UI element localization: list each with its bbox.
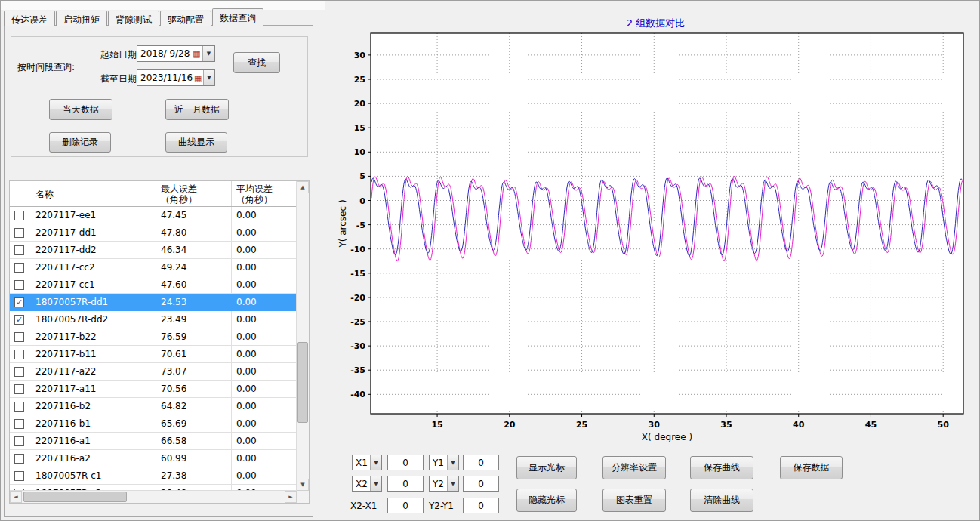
show-cursor-button[interactable]: 显示光标 [516, 456, 577, 479]
y2-value-input[interactable] [463, 476, 499, 492]
chevron-down-icon[interactable]: ▼ [447, 476, 458, 491]
search-button[interactable]: 查找 [233, 52, 280, 73]
y1-value-input[interactable] [463, 455, 499, 470]
hide-cursor-button[interactable]: 隐藏光标 [516, 489, 577, 512]
delete-record-button[interactable]: 删除记录 [49, 132, 111, 153]
svg-text:30: 30 [649, 420, 661, 430]
vertical-scroll-thumb[interactable] [297, 342, 308, 423]
table-row[interactable]: 2207117-cc249.240.00 [10, 259, 297, 276]
table-main: 名称 最大误差 （角秒） 平均误差 （角秒） 2207117-ee147.450… [10, 181, 297, 491]
row-checkbox[interactable] [14, 436, 24, 446]
chevron-down-icon[interactable]: ▼ [447, 455, 458, 470]
row-checkbox[interactable] [14, 280, 24, 290]
cell-max-error: 49.24 [156, 259, 232, 276]
chevron-down-icon[interactable]: ▼ [202, 46, 214, 61]
svg-text:-15: -15 [350, 269, 365, 279]
x2-combo[interactable]: X2 ▼ [352, 476, 382, 492]
cell-avg-error: 0.00 [232, 363, 297, 381]
save-curve-button[interactable]: 保存曲线 [690, 456, 753, 479]
cell-max-error: 47.80 [156, 224, 232, 242]
row-checkbox[interactable] [14, 419, 24, 429]
vertical-scrollbar[interactable]: ▲ ▼ [296, 181, 309, 491]
x2-value-input[interactable] [387, 476, 424, 492]
cell-avg-error: 0.00 [232, 294, 297, 311]
row-checkbox[interactable] [14, 384, 24, 394]
tab-2[interactable]: 启动扭矩 [56, 11, 107, 26]
table-row[interactable]: 2207116-b264.820.00 [10, 398, 297, 415]
clear-curve-button[interactable]: 清除曲线 [690, 489, 753, 512]
row-checkbox[interactable] [14, 245, 24, 255]
x1-combo[interactable]: X1 ▼ [352, 455, 382, 470]
chart-reset-button[interactable]: 图表重置 [602, 489, 666, 512]
cell-name: 2207116-a1 [29, 433, 156, 450]
table-row[interactable]: 2207116-b165.690.00 [10, 415, 297, 433]
end-date-label: 截至日期 [100, 72, 137, 85]
scroll-down-icon[interactable]: ▼ [297, 479, 309, 491]
table-row[interactable]: 2207117-cc147.600.00 [10, 276, 297, 294]
start-date-label: 起始日期 [100, 48, 137, 61]
table-row[interactable]: ✓18070057R-dd124.530.00 [10, 294, 297, 311]
dy-label: Y2-Y1 [429, 501, 454, 511]
table-row[interactable]: 2207117-dd147.800.00 [10, 224, 297, 242]
chevron-down-icon[interactable]: ▼ [370, 476, 381, 491]
row-checkbox[interactable] [14, 454, 24, 464]
dx-value-input[interactable] [387, 498, 424, 513]
tab-3[interactable]: 背隙测试 [108, 11, 159, 26]
table-row[interactable]: ✓18070057R-dd223.490.00 [10, 311, 297, 328]
resolution-settings-button[interactable]: 分辨率设置 [602, 456, 666, 479]
row-checkbox[interactable]: ✓ [14, 297, 24, 307]
row-checkbox[interactable] [14, 263, 24, 273]
scroll-right-icon[interactable]: ► [285, 491, 297, 503]
row-checkbox[interactable] [14, 471, 24, 481]
today-data-button[interactable]: 当天数据 [49, 99, 112, 120]
table-row[interactable]: 2207117-b2276.590.00 [10, 328, 297, 346]
row-checkbox[interactable] [14, 402, 24, 412]
table-row[interactable]: 2207117-a2273.070.00 [10, 363, 297, 381]
table-row[interactable]: 18070057R-c127.380.00 [10, 467, 297, 485]
save-data-button[interactable]: 保存数据 [780, 456, 843, 479]
x1-value-input[interactable] [387, 455, 424, 470]
tab-4[interactable]: 驱动配置 [160, 11, 211, 26]
y2-combo[interactable]: Y2 ▼ [429, 476, 459, 492]
cell-avg-error: 0.00 [232, 381, 297, 398]
svg-text:25: 25 [576, 420, 587, 430]
scroll-left-icon[interactable]: ◄ [10, 491, 22, 503]
row-checkbox[interactable] [14, 211, 24, 220]
horizontal-scroll-thumb[interactable] [23, 492, 127, 502]
table-row[interactable]: 2207117-ee147.450.00 [10, 207, 297, 224]
table-row[interactable]: 2207117-b1170.610.00 [10, 346, 297, 363]
last-month-data-button[interactable]: 近一月数据 [165, 99, 229, 120]
cell-name: 2207117-ee1 [29, 207, 156, 224]
row-checkbox-cell [10, 224, 29, 242]
y2-combo-label: Y2 [430, 479, 447, 489]
chevron-down-icon[interactable]: ▼ [370, 455, 381, 470]
chevron-down-icon[interactable]: ▼ [203, 70, 214, 85]
y1-combo[interactable]: Y1 ▼ [429, 455, 459, 470]
row-checkbox[interactable] [14, 350, 24, 359]
scroll-up-icon[interactable]: ▲ [297, 181, 309, 193]
start-date-value: 2018/ 9/28 [137, 48, 191, 59]
cell-avg-error: 0.00 [232, 328, 297, 346]
row-checkbox[interactable] [14, 367, 24, 377]
table-row[interactable]: 2207117-dd246.340.00 [10, 242, 297, 259]
row-checkbox[interactable] [14, 228, 24, 238]
cell-max-error: 47.45 [156, 207, 232, 224]
start-date-picker[interactable]: 2018/ 9/28 ▦ ▼ [137, 45, 215, 62]
chart-svg[interactable]: 1520253035404550302520151050-5-10-15-20-… [337, 29, 975, 445]
horizontal-scrollbar[interactable]: ◄ ► [10, 490, 297, 503]
end-date-picker[interactable]: 2023/11/16 ▦ ▼ [137, 69, 215, 86]
cell-name: 2207117-cc1 [29, 276, 156, 294]
row-checkbox[interactable] [14, 332, 24, 342]
row-checkbox[interactable]: ✓ [14, 315, 24, 325]
tab-1[interactable]: 传达误差 [4, 11, 55, 26]
tab-5[interactable]: 数据查询 [212, 8, 263, 26]
header-name: 名称 [29, 181, 156, 206]
cell-avg-error: 0.00 [232, 450, 297, 467]
cell-max-error: 46.34 [156, 242, 232, 259]
svg-text:-10: -10 [350, 245, 365, 254]
dy-value-input[interactable] [463, 498, 499, 513]
table-row[interactable]: 2207116-a260.990.00 [10, 450, 297, 467]
table-row[interactable]: 2207117-a1170.560.00 [10, 381, 297, 398]
curve-display-button[interactable]: 曲线显示 [165, 132, 227, 153]
table-row[interactable]: 2207116-a166.580.00 [10, 433, 297, 450]
